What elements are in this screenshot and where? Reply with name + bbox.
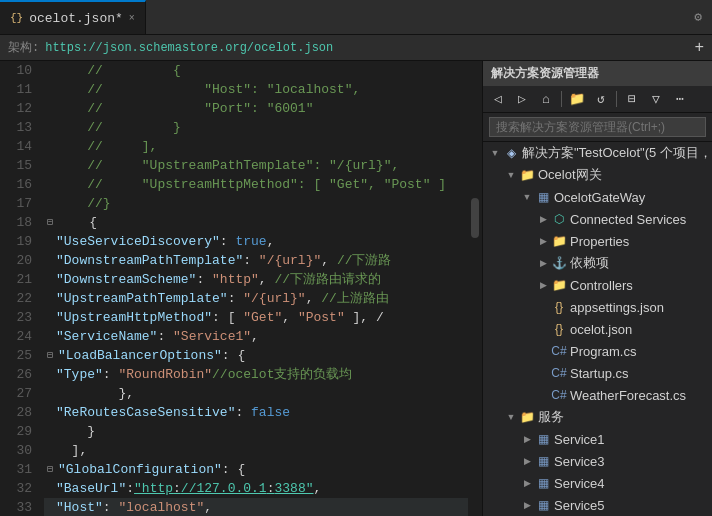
- code-line-31[interactable]: ⊟ "GlobalConfiguration": {: [44, 460, 468, 479]
- code-line-28[interactable]: "ReRoutesCaseSensitive": false: [44, 403, 468, 422]
- schema-url[interactable]: https://json.schemastore.org/ocelot.json: [45, 41, 333, 55]
- tree-icon-gateway: 📁: [519, 167, 535, 183]
- tree-item-program[interactable]: C#Program.cs: [483, 340, 712, 362]
- fold-icon-25[interactable]: ⊟: [44, 346, 56, 365]
- refresh-button[interactable]: ↺: [590, 88, 612, 110]
- tree-item-ocelot-json[interactable]: {}ocelot.json: [483, 318, 712, 340]
- panel-toolbar: ◁ ▷ ⌂ 📁 ↺ ⊟ ▽ ⋯: [483, 86, 712, 113]
- code-line-19[interactable]: "UseServiceDiscovery": true,: [44, 232, 468, 251]
- tree-item-service5[interactable]: ▦Service5: [483, 494, 712, 516]
- tree-item-controllers[interactable]: 📁Controllers: [483, 274, 712, 296]
- settings-button[interactable]: ⋯: [669, 88, 691, 110]
- code-line-33[interactable]: "Host": "localhost",: [44, 498, 468, 516]
- tree-label-services-folder: 服务: [538, 408, 564, 426]
- tree-arrow-weatherforecast[interactable]: [535, 387, 551, 403]
- code-line-17[interactable]: //}: [44, 194, 468, 213]
- new-solution-button[interactable]: 📁: [566, 88, 588, 110]
- code-line-30[interactable]: ],: [44, 441, 468, 460]
- panel-title: 解决方案资源管理器: [483, 61, 712, 86]
- code-line-13[interactable]: // }: [44, 118, 468, 137]
- code-line-21[interactable]: "DownstreamScheme": "http", //下游路由请求的: [44, 270, 468, 289]
- tree-item-connected-services[interactable]: ⬡Connected Services: [483, 208, 712, 230]
- tab-file-icon: {}: [10, 12, 23, 24]
- schema-label: 架构:: [8, 39, 39, 56]
- code-line-20[interactable]: "DownstreamPathTemplate": "/{url}", //下游…: [44, 251, 468, 270]
- tree-arrow-dependencies[interactable]: [535, 255, 551, 271]
- code-line-27[interactable]: },: [44, 384, 468, 403]
- filter-button[interactable]: ▽: [645, 88, 667, 110]
- scrollbar-thumb[interactable]: [471, 198, 479, 238]
- code-line-22[interactable]: "UpstreamPathTemplate": "/{url}", //上游路由: [44, 289, 468, 308]
- code-line-26[interactable]: "Type": "RoundRobin" //ocelot支持的负载均: [44, 365, 468, 384]
- tree-icon-weatherforecast: C#: [551, 387, 567, 403]
- code-line-29[interactable]: }: [44, 422, 468, 441]
- tree-arrow-service3[interactable]: [519, 453, 535, 469]
- forward-button[interactable]: ▷: [511, 88, 533, 110]
- tree-item-solution[interactable]: ◈解决方案"TestOcelot"(5 个项目，共: [483, 142, 712, 164]
- tree-item-weatherforecast[interactable]: C#WeatherForecast.cs: [483, 384, 712, 406]
- tree-label-connected-services: Connected Services: [570, 212, 686, 227]
- collapse-button[interactable]: ⊟: [621, 88, 643, 110]
- tree-label-ocelotgateway: OcelotGateWay: [554, 190, 645, 205]
- tree-item-properties[interactable]: 📁Properties: [483, 230, 712, 252]
- tree-arrow-service5[interactable]: [519, 497, 535, 513]
- back-button[interactable]: ◁: [487, 88, 509, 110]
- code-line-24[interactable]: "ServiceName": "Service1",: [44, 327, 468, 346]
- code-line-18[interactable]: ⊟ {: [44, 213, 468, 232]
- home-button[interactable]: ⌂: [535, 88, 557, 110]
- toolbar-sep-2: [616, 91, 617, 107]
- tree-arrow-connected-services[interactable]: [535, 211, 551, 227]
- search-box: [483, 113, 712, 142]
- tree-item-service3[interactable]: ▦Service3: [483, 450, 712, 472]
- tree-item-gateway[interactable]: 📁Ocelot网关: [483, 164, 712, 186]
- tree-label-appsettings: appsettings.json: [570, 300, 664, 315]
- tree-item-ocelotgateway[interactable]: ▦OcelotGateWay: [483, 186, 712, 208]
- editor-scrollbar[interactable]: [468, 61, 482, 516]
- tree-arrow-services-folder[interactable]: [503, 409, 519, 425]
- tree-icon-solution: ◈: [503, 145, 519, 161]
- fold-icon-31[interactable]: ⊟: [44, 460, 56, 479]
- tab-ocelot-json[interactable]: {} ocelot.json* ×: [0, 0, 146, 34]
- code-line-16[interactable]: // "UpstreamHttpMethod": [ "Get", "Post"…: [44, 175, 468, 194]
- code-scroll-area[interactable]: 1011121314151617181920212223242526272829…: [0, 61, 482, 516]
- tree-label-service4: Service4: [554, 476, 605, 491]
- code-line-11[interactable]: // "Host": "localhost",: [44, 80, 468, 99]
- tree-item-startup[interactable]: C#Startup.cs: [483, 362, 712, 384]
- tree-item-dependencies[interactable]: ⚓依赖项: [483, 252, 712, 274]
- tree-arrow-program[interactable]: [535, 343, 551, 359]
- tree-arrow-controllers[interactable]: [535, 277, 551, 293]
- tree-arrow-service1[interactable]: [519, 431, 535, 447]
- tree-arrow-startup[interactable]: [535, 365, 551, 381]
- code-line-15[interactable]: // "UpstreamPathTemplate": "/{url}",: [44, 156, 468, 175]
- code-line-14[interactable]: // ],: [44, 137, 468, 156]
- toolbar-sep-1: [561, 91, 562, 107]
- tree-arrow-appsettings[interactable]: [535, 299, 551, 315]
- code-line-32[interactable]: "BaseUrl": "http://127.0.0.1:3388",: [44, 479, 468, 498]
- code-line-10[interactable]: // {: [44, 61, 468, 80]
- settings-icon[interactable]: ⚙: [694, 9, 702, 25]
- code-editor[interactable]: 1011121314151617181920212223242526272829…: [0, 61, 482, 516]
- tree-item-service4[interactable]: ▦Service4: [483, 472, 712, 494]
- code-line-25[interactable]: ⊟ "LoadBalancerOptions": {: [44, 346, 468, 365]
- tree-view[interactable]: ◈解决方案"TestOcelot"(5 个项目，共📁Ocelot网关▦Ocelo…: [483, 142, 712, 516]
- fold-icon-18[interactable]: ⊟: [44, 213, 56, 232]
- code-content[interactable]: // { // "Host": "localhost", // "Port": …: [40, 61, 468, 516]
- tab-close-button[interactable]: ×: [129, 13, 135, 24]
- tree-label-startup: Startup.cs: [570, 366, 629, 381]
- tree-arrow-ocelot-json[interactable]: [535, 321, 551, 337]
- tree-arrow-solution[interactable]: [487, 145, 503, 161]
- tree-item-service1[interactable]: ▦Service1: [483, 428, 712, 450]
- code-line-12[interactable]: // "Port": "6001": [44, 99, 468, 118]
- add-tab-button[interactable]: +: [694, 39, 704, 57]
- search-input[interactable]: [489, 117, 706, 137]
- code-line-23[interactable]: "UpstreamHttpMethod": [ "Get", "Post" ],…: [44, 308, 468, 327]
- tree-arrow-properties[interactable]: [535, 233, 551, 249]
- tree-arrow-ocelotgateway[interactable]: [519, 189, 535, 205]
- tree-arrow-gateway[interactable]: [503, 167, 519, 183]
- tree-label-service3: Service3: [554, 454, 605, 469]
- tree-item-appsettings[interactable]: {}appsettings.json: [483, 296, 712, 318]
- tree-arrow-service4[interactable]: [519, 475, 535, 491]
- tree-icon-ocelotgateway: ▦: [535, 189, 551, 205]
- tree-item-services-folder[interactable]: 📁服务: [483, 406, 712, 428]
- tree-icon-controllers: 📁: [551, 277, 567, 293]
